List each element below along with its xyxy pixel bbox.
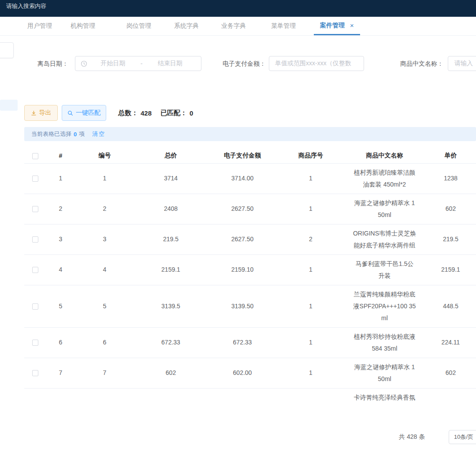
cell-code: 8 <box>75 388 134 400</box>
export-button[interactable]: 导出 <box>24 105 58 121</box>
row-checkbox[interactable] <box>32 340 38 346</box>
table-row: 77602602.001海蓝之谜修护精萃水 150ml602 <box>24 358 476 388</box>
cell-total: 219.5 <box>134 224 207 254</box>
row-checkbox[interactable] <box>32 236 38 243</box>
cell-seq: 1 <box>278 388 344 400</box>
cell-unit-price: 483.48 <box>425 388 476 400</box>
data-table: # 编号 总价 电子支付金额 商品序号 商品中文名称 单价 1137143714… <box>24 148 476 400</box>
product-name-line: 能好底子精华水两件组 <box>346 239 424 251</box>
cell-product-name: 马爹利蓝带干邑1.5公升装 <box>344 254 425 285</box>
page: { "topbar": { "search_placeholder": "请输入… <box>0 0 476 475</box>
cell-total: 672.33 <box>134 327 207 358</box>
cell-checkbox <box>24 388 46 400</box>
matched-label: 已匹配： <box>160 109 187 117</box>
row-checkbox[interactable] <box>32 206 38 212</box>
search-icon <box>67 110 73 116</box>
cell-unit-price: 1238 <box>425 163 476 194</box>
cell-code: 4 <box>75 254 134 285</box>
tab-系统字典[interactable]: 系统字典 <box>173 17 200 35</box>
cell-index: 8 <box>46 388 75 400</box>
cell-checkbox <box>24 163 46 194</box>
cell-seq: 1 <box>278 194 344 224</box>
epay-amount-label: 电子支付金额： <box>223 56 266 71</box>
collapsed-panel-box[interactable] <box>0 42 14 58</box>
selection-bar: 当前表格已选择 0 项 清空 <box>24 127 476 141</box>
cell-code: 6 <box>75 327 134 358</box>
tab-label: 案件管理 <box>320 22 345 30</box>
row-checkbox[interactable] <box>32 303 38 310</box>
product-name-line: 50ml <box>346 373 424 385</box>
total-label: 总数： <box>118 109 138 117</box>
cell-seq: 1 <box>278 358 344 388</box>
tab-业务字典[interactable]: 业务字典 <box>220 17 247 35</box>
tab-岗位管理[interactable]: 岗位管理 <box>126 17 152 35</box>
tab-用户管理[interactable]: 用户管理 <box>26 17 53 35</box>
one-key-match-button[interactable]: 一键匹配 <box>62 105 106 121</box>
cell-code: 2 <box>75 194 134 224</box>
cell-epay: 2159.10 <box>207 254 278 285</box>
tab-bar: 用户管理机构管理岗位管理系统字典业务字典菜单管理案件管理× <box>0 17 476 36</box>
selection-prefix: 当前表格已选择 <box>31 130 71 138</box>
date-range-input[interactable]: 开始日期 - 结束日期 <box>75 56 201 71</box>
clock-icon <box>81 60 87 67</box>
page-size-select[interactable]: 10条/页 <box>449 430 476 444</box>
tab-菜单管理[interactable]: 菜单管理 <box>270 17 297 35</box>
row-checkbox[interactable] <box>32 176 38 182</box>
start-date-placeholder[interactable]: 开始日期 <box>87 60 139 67</box>
col-header-seq: 商品序号 <box>278 148 344 163</box>
cell-checkbox <box>24 194 46 224</box>
product-name-line: 液SPF20PA+++100 35 <box>346 300 424 312</box>
tab-label: 岗位管理 <box>126 22 151 30</box>
global-search-placeholder[interactable]: 请输入搜索内容 <box>6 3 46 9</box>
clear-selection-link[interactable]: 清空 <box>92 130 105 138</box>
page-size-value: 10条/页 <box>454 433 473 441</box>
table-row: 881933.481933.481卡诗菁纯亮泽经典香氛483.48 <box>24 388 476 400</box>
cell-product-name: 卡诗菁纯亮泽经典香氛 <box>344 388 425 400</box>
table-body: 1137143714.001植村秀新琥珀臻萃洁颜油套装 450ml*212382… <box>24 163 476 400</box>
product-name-line: ml <box>346 312 424 324</box>
one-key-match-label: 一键匹配 <box>76 109 100 117</box>
cell-index: 4 <box>46 254 75 285</box>
match-stats: 总数： 428 已匹配： 0 <box>118 105 193 121</box>
cell-seq: 1 <box>278 285 344 327</box>
cell-unit-price: 602 <box>425 194 476 224</box>
table-row: 33219.52627.502ORIGINS韦博士灵芝焕能好底子精华水两件组21… <box>24 224 476 254</box>
select-all-checkbox[interactable] <box>32 153 38 159</box>
cell-index: 2 <box>46 194 75 224</box>
col-header-index: # <box>46 148 75 163</box>
product-name-line: ORIGINS韦博士灵芝焕 <box>346 228 424 239</box>
top-search-bar[interactable]: 请输入搜索内容 <box>0 0 476 17</box>
tab-机构管理[interactable]: 机构管理 <box>70 17 96 35</box>
tab-label: 业务字典 <box>221 22 246 30</box>
selection-count: 0 <box>74 131 77 138</box>
epay-amount-input[interactable]: 单值或范围xxx-xxx（仅整数 <box>269 56 364 71</box>
cell-index: 6 <box>46 327 75 358</box>
end-date-placeholder[interactable]: 结束日期 <box>144 60 196 67</box>
row-checkbox[interactable] <box>32 267 38 273</box>
cell-total: 3714 <box>134 163 207 194</box>
tab-案件管理[interactable]: 案件管理× <box>314 17 360 35</box>
total-value: 428 <box>141 109 152 117</box>
tab-label: 用户管理 <box>27 22 52 30</box>
cell-seq: 1 <box>278 254 344 285</box>
tab-label: 菜单管理 <box>271 22 296 30</box>
cell-total: 602 <box>134 358 207 388</box>
table-row: 1137143714.001植村秀新琥珀臻萃洁颜油套装 450ml*21238 <box>24 163 476 194</box>
cell-epay: 1933.48 <box>207 388 278 400</box>
product-name-line: 植村秀羽纱持妆粉底液 <box>346 331 424 343</box>
table-header-row: # 编号 总价 电子支付金额 商品序号 商品中文名称 单价 <box>24 148 476 163</box>
product-name-line: 50ml <box>346 209 424 221</box>
selection-suffix: 项 <box>79 130 85 138</box>
cell-product-name: 植村秀羽纱持妆粉底液584 35ml <box>344 327 425 358</box>
tab-label: 系统字典 <box>174 22 199 30</box>
pagination-total: 共 428 条 <box>399 433 425 441</box>
product-name-line: 海蓝之谜修护精萃水 1 <box>346 361 424 373</box>
row-checkbox[interactable] <box>32 370 38 376</box>
col-header-epay: 电子支付金额 <box>207 148 278 163</box>
table-row: 66672.33672.331植村秀羽纱持妆粉底液584 35ml224.11 <box>24 327 476 358</box>
product-name-line: 升装 <box>346 270 424 282</box>
product-name-input[interactable]: 请输入 <box>448 56 476 71</box>
tab-close-icon[interactable]: × <box>350 22 354 29</box>
col-header-code: 编号 <box>75 148 134 163</box>
table-row: 2224082627.501海蓝之谜修护精萃水 150ml602 <box>24 194 476 224</box>
